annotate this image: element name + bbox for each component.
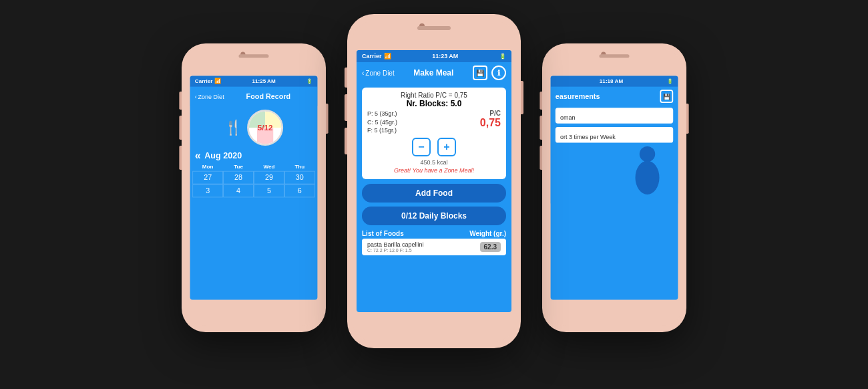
screen-center: Carrier 📶 11:23 AM 🔋 ‹ Zone Diet Make Me… bbox=[357, 50, 511, 312]
status-bar-left: Carrier 📶 11:25 AM 🔋 bbox=[190, 76, 318, 87]
meal-info-box: Right Ratio P/C = 0,75 Nr. Blocks: 5.0 P… bbox=[362, 88, 506, 179]
vol-down-left bbox=[179, 146, 182, 170]
phone-right-inner: 11:18 AM 🔋 easurements 💾 bbox=[546, 49, 682, 326]
stepper-plus-button[interactable]: + bbox=[437, 138, 456, 156]
pc-value: 0,75 bbox=[480, 117, 501, 129]
day-mon: Mon bbox=[192, 164, 223, 170]
field-gender[interactable]: oman bbox=[556, 108, 673, 123]
info-icon-center: ℹ bbox=[497, 69, 500, 78]
wifi-icon-center: 📶 bbox=[384, 53, 391, 59]
nav-bar-left: ‹ Zone Diet Food Record bbox=[190, 87, 318, 106]
nav-bar-right: easurements 💾 bbox=[551, 87, 678, 106]
cal-4[interactable]: 4 bbox=[223, 184, 254, 198]
chevron-left-icon: ‹ bbox=[195, 93, 197, 100]
chevron-left-center-icon: ‹ bbox=[362, 70, 364, 77]
battery-icon-center: 🔋 bbox=[499, 53, 506, 59]
phone-left-inner: Carrier 📶 11:25 AM 🔋 ‹ Zone Diet Food Re… bbox=[185, 49, 322, 326]
status-bar-center: Carrier 📶 11:23 AM 🔋 bbox=[357, 50, 511, 62]
day-wed: Wed bbox=[254, 164, 284, 170]
battery-icon-left: 🔋 bbox=[306, 79, 312, 84]
status-bar-right: 11:18 AM 🔋 bbox=[551, 76, 678, 87]
meal-blocks-label: Nr. Blocks: 5.0 bbox=[367, 99, 501, 108]
cal-28[interactable]: 28 bbox=[223, 171, 254, 184]
phone-center-inner: Carrier 📶 11:23 AM 🔋 ‹ Zone Diet Make Me… bbox=[351, 21, 517, 342]
vol-down-right bbox=[539, 146, 542, 170]
stepper-minus-button[interactable]: − bbox=[412, 138, 431, 156]
cal-6[interactable]: 6 bbox=[284, 184, 315, 198]
fat-line: F: 5 (15gr.) bbox=[367, 126, 397, 135]
food-item-name: pasta Barilla capellini bbox=[367, 241, 424, 248]
meal-pc-area: P/C 0,75 bbox=[480, 110, 501, 129]
speaker-left bbox=[239, 54, 269, 57]
nav-title-right: easurements bbox=[556, 92, 660, 101]
svg-point-1 bbox=[636, 161, 660, 194]
back-arrows-icon[interactable]: « bbox=[195, 149, 201, 162]
plate-area: 🍴 5/12 bbox=[190, 106, 318, 148]
calendar-row-2: 3 4 5 6 bbox=[192, 184, 315, 198]
cal-29[interactable]: 29 bbox=[254, 171, 284, 184]
meal-stepper: − + bbox=[367, 138, 501, 156]
save-button-center[interactable]: 💾 bbox=[473, 66, 487, 80]
wifi-icon-left: 📶 bbox=[214, 78, 221, 84]
cal-3[interactable]: 3 bbox=[192, 184, 223, 198]
pc-label: P/C bbox=[480, 110, 501, 117]
carbs-line: C: 5 (45gr.) bbox=[367, 118, 397, 127]
nav-title-center: Make Meal bbox=[395, 68, 473, 78]
field-activity[interactable]: ort 3 times per Week bbox=[556, 127, 673, 142]
back-button-center[interactable]: ‹ Zone Diet bbox=[362, 70, 395, 77]
svg-rect-2 bbox=[644, 161, 650, 166]
left-screen-content: 🍴 5/12 « Aug 2020 bbox=[190, 106, 318, 198]
screen-right: 11:18 AM 🔋 easurements 💾 bbox=[551, 76, 678, 300]
info-button-center[interactable]: ℹ bbox=[491, 66, 506, 80]
phone-center: Carrier 📶 11:23 AM 🔋 ‹ Zone Diet Make Me… bbox=[347, 14, 521, 348]
cal-30[interactable]: 30 bbox=[284, 171, 315, 184]
meal-details: P: 5 (35gr.) C: 5 (45gr.) F: 5 (15gr.) P… bbox=[367, 110, 501, 135]
food-list-header: List of Foods Weight (gr.) bbox=[357, 227, 511, 239]
nav-icons-right: 💾 bbox=[660, 90, 673, 103]
back-button-left[interactable]: ‹ Zone Diet bbox=[195, 93, 224, 100]
center-screen-content: Right Ratio P/C = 0,75 Nr. Blocks: 5.0 P… bbox=[357, 84, 511, 257]
nav-title-left: Food Record bbox=[224, 92, 313, 101]
mute-button-right bbox=[539, 92, 542, 110]
calendar-days-header: Mon Tue Wed Thu bbox=[192, 162, 315, 171]
meal-ratio-label: Right Ratio P/C = 0,75 bbox=[367, 92, 501, 99]
mute-button-left bbox=[179, 92, 182, 110]
day-thu: Thu bbox=[284, 164, 315, 170]
calendar-row-1: 27 28 29 30 bbox=[192, 171, 315, 184]
phone-right: 11:18 AM 🔋 easurements 💾 bbox=[542, 43, 686, 332]
cal-5[interactable]: 5 bbox=[254, 184, 284, 198]
speaker-center bbox=[417, 26, 451, 30]
save-icon-center: 💾 bbox=[476, 70, 484, 77]
save-button-right[interactable]: 💾 bbox=[660, 90, 673, 103]
carrier-left: Carrier 📶 bbox=[195, 78, 221, 84]
food-list-item[interactable]: pasta Barilla capellini C: 72.2 P: 12.0 … bbox=[362, 239, 506, 255]
month-label: Aug 2020 bbox=[204, 148, 242, 163]
carrier-center: Carrier 📶 bbox=[362, 53, 391, 59]
svg-point-0 bbox=[640, 146, 655, 162]
power-button-right bbox=[686, 104, 689, 134]
screen-left: Carrier 📶 11:25 AM 🔋 ‹ Zone Diet Food Re… bbox=[190, 76, 318, 300]
avatar-area bbox=[551, 144, 678, 203]
plate-ratio: 5/12 bbox=[258, 123, 273, 132]
protein-line: P: 5 (35gr.) bbox=[367, 110, 397, 118]
power-button-left-phone bbox=[326, 104, 329, 134]
add-food-button[interactable]: Add Food bbox=[362, 184, 506, 203]
vol-up-left bbox=[179, 116, 182, 140]
zone-meal-message: Great! You have a Zone Meal! bbox=[367, 167, 501, 174]
speaker-right bbox=[600, 54, 630, 57]
food-weight-badge: 62.3 bbox=[480, 242, 501, 252]
nav-icons-center: 💾 ℹ bbox=[473, 66, 506, 80]
plate-circle: 5/12 bbox=[247, 110, 283, 146]
month-header: « Aug 2020 bbox=[190, 148, 318, 163]
vol-up-right bbox=[539, 116, 542, 140]
cal-27[interactable]: 27 bbox=[192, 171, 223, 184]
vol-up-center bbox=[345, 94, 347, 121]
meal-macros: P: 5 (35gr.) C: 5 (45gr.) F: 5 (15gr.) bbox=[367, 110, 397, 135]
weight-header-label: Weight (gr.) bbox=[469, 230, 506, 237]
calendar-grid: Mon Tue Wed Thu 27 28 29 30 3 bbox=[190, 162, 318, 197]
save-icon-right: 💾 bbox=[663, 93, 670, 100]
phone-left: Carrier 📶 11:25 AM 🔋 ‹ Zone Diet Food Re… bbox=[182, 43, 326, 332]
day-tue: Tue bbox=[223, 164, 254, 170]
nav-bar-center: ‹ Zone Diet Make Meal 💾 ℹ bbox=[357, 62, 511, 84]
daily-blocks-button[interactable]: 0/12 Daily Blocks bbox=[362, 207, 506, 225]
